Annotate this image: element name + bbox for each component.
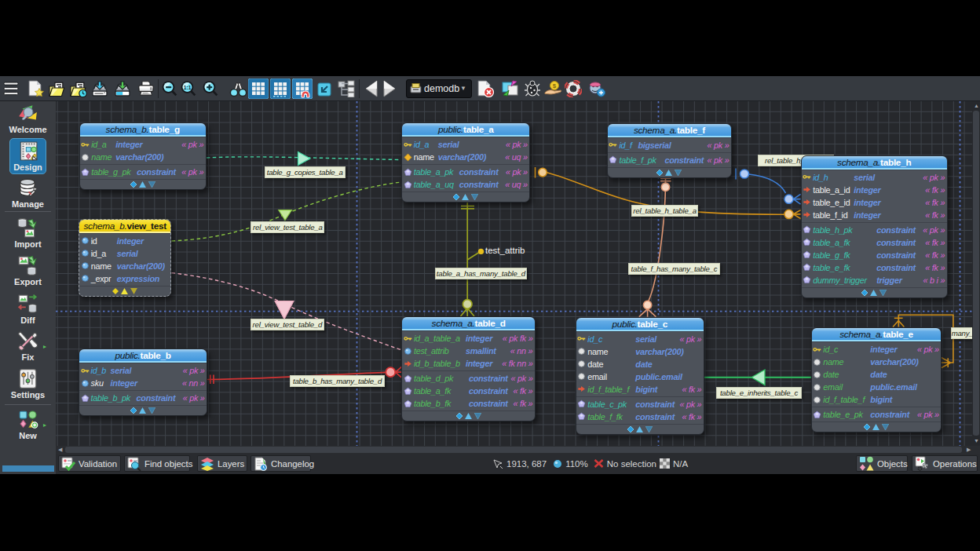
svg-text:1:1: 1:1	[184, 85, 192, 90]
svg-text:$: $	[553, 82, 557, 89]
